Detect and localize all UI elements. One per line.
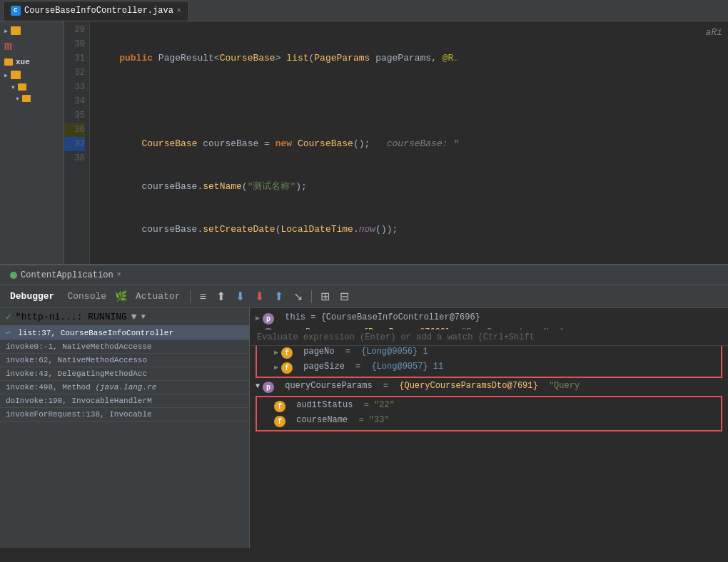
var-audit-name: auditStatus bbox=[296, 400, 353, 410]
query-params-red-box: f auditStatus = "22" f courseName = "33" bbox=[256, 396, 722, 431]
step-into-btn[interactable]: ⬇ bbox=[252, 288, 267, 305]
stack-frame-1[interactable]: invoke0:-1, NativeMethodAccesse bbox=[0, 340, 249, 354]
stack-frame-label-4: invoke:498, Method (java.lang.re bbox=[6, 383, 156, 392]
stack-frame-6[interactable]: invokeForRequest:138, Invocable bbox=[0, 408, 249, 422]
debugger-tab[interactable]: Debugger bbox=[6, 291, 59, 302]
ln-36: 36 bbox=[64, 123, 85, 137]
var-course-name: f courseName = "33" bbox=[257, 414, 721, 429]
folder-icon-xue bbox=[4, 58, 13, 66]
ln-33: 33 bbox=[64, 80, 85, 94]
folder-icon-2 bbox=[11, 71, 21, 79]
ln-35: 35 bbox=[64, 108, 85, 123]
line-numbers: 29 30 31 32 33 34 35 36 37 38 bbox=[64, 21, 90, 264]
expand-arrow-4: ▼ bbox=[16, 96, 19, 102]
more-btn[interactable]: ⊟ bbox=[337, 288, 352, 305]
expand-arrow-2: ▶ bbox=[4, 72, 8, 78]
content-app-tab[interactable]: ContentApplication × bbox=[3, 267, 128, 283]
var-query-params-value: {QueryCourseParamsDto@7691} bbox=[399, 381, 537, 391]
var-audit-status: f auditStatus = "22" bbox=[257, 399, 721, 414]
running-label: "http-ni...: RUNNING bbox=[16, 312, 127, 322]
top-right-annotation: aRi bbox=[706, 27, 728, 38]
toolbar-separator-2 bbox=[311, 290, 312, 303]
code-line-30 bbox=[97, 94, 728, 108]
evaluate-bar[interactable]: Evaluate expression (Enter) or add a wat… bbox=[250, 329, 728, 346]
var-query-params: ▼ p queryCourseParams = {QueryCoursePara… bbox=[250, 379, 728, 394]
content-app-close[interactable]: × bbox=[117, 271, 121, 279]
expand-arrow-3: ▼ bbox=[11, 84, 15, 91]
editor-tab-bar: C CourseBaseInfoController.java × bbox=[0, 0, 728, 21]
var-this-badge: p bbox=[263, 313, 274, 325]
editor-area: ▶ m xue ▶ ▼ ▼ 29 30 31 32 33 bbox=[0, 21, 728, 264]
stack-frame-0[interactable]: ↩ list:37, CourseBaseInfoController bbox=[0, 326, 249, 340]
stack-frame-5[interactable]: doInvoke:190, InvocableHandlerM bbox=[0, 394, 249, 408]
stack-frame-label-1: invoke0:-1, NativeMethodAccesse bbox=[6, 342, 152, 351]
var-page-no-badge: f bbox=[281, 347, 293, 359]
ln-29: 29 bbox=[64, 23, 85, 37]
sidebar-item-1[interactable]: ▶ bbox=[0, 24, 64, 37]
debug-toolbar: Debugger Console 🌿 Actuator ≡ ⬆ ⬇ ⬇ ⬆ ↘ … bbox=[0, 285, 728, 308]
evaluate-btn[interactable]: ⊞ bbox=[318, 288, 333, 305]
sidebar-item-4[interactable]: ▼ bbox=[0, 81, 64, 93]
var-page-no: ▶ f pageNo = {Long@9056} 1 bbox=[257, 345, 721, 360]
var-course-name-badge: f bbox=[274, 416, 285, 427]
var-page-no-arrow[interactable]: ▶ bbox=[274, 348, 278, 357]
content-app-label: ContentApplication bbox=[21, 270, 113, 280]
checkmark-icon: ✓ bbox=[6, 311, 11, 322]
editor-tab[interactable]: C CourseBaseInfoController.java × bbox=[3, 1, 189, 21]
filter-icon: ▼ bbox=[131, 312, 137, 322]
filter-stack-btn[interactable]: ≡ bbox=[196, 289, 208, 305]
var-this: ▶ p this = {CourseBaseInfoController@769… bbox=[250, 311, 728, 326]
stack-frame-3[interactable]: invoke:43, DelegatingMethodAcc bbox=[0, 367, 249, 381]
stack-frame-label-0: list:37, CourseBaseInfoController bbox=[18, 329, 173, 337]
editor-tab-close[interactable]: × bbox=[177, 7, 181, 15]
var-page-size: ▶ f pageSize = {Long@9057} 11 bbox=[257, 360, 721, 375]
code-line-32: courseBase.setName("测试名称"); bbox=[97, 180, 728, 194]
code-line-33: courseBase.setCreateDate(LocalDateTime.n… bbox=[97, 223, 728, 237]
sidebar-item-xue[interactable]: xue bbox=[0, 56, 64, 68]
toolbar-separator-1 bbox=[190, 290, 191, 303]
code-content[interactable]: public PageResult<CourseBase> list(PageP… bbox=[90, 21, 728, 264]
step-out-btn[interactable]: ⬆ bbox=[271, 288, 286, 305]
editor-tab-label: CourseBaseInfoController.java bbox=[24, 6, 173, 16]
var-this-text: this = {CourseBaseInfoController@7696} bbox=[285, 312, 480, 322]
var-page-size-value: {Long@9057} 11 bbox=[371, 362, 443, 372]
ln-30: 30 bbox=[64, 37, 85, 51]
evaluate-placeholder: Evaluate expression (Enter) or add a wat… bbox=[257, 332, 535, 342]
folder-icon bbox=[11, 26, 21, 35]
java-file-icon: C bbox=[11, 6, 21, 16]
stack-frame-4[interactable]: invoke:498, Method (java.lang.re bbox=[0, 381, 249, 394]
var-this-value: this = {CourseBaseInfoController@7696} bbox=[285, 312, 480, 322]
stack-frame-label-5: doInvoke:190, InvocableHandlerM bbox=[6, 397, 152, 405]
code-line-31: CourseBase courseBase = new CourseBase()… bbox=[97, 137, 728, 151]
dropdown-arrow: ▼ bbox=[141, 313, 146, 321]
var-query-params-name: queryCourseParams bbox=[285, 381, 372, 391]
run-to-cursor-btn[interactable]: ↘ bbox=[290, 288, 305, 305]
stack-frame-label-2: invoke:62, NativeMethodAccesso bbox=[6, 356, 147, 364]
var-page-no-value: {Long@9056} 1 bbox=[361, 347, 428, 357]
var-course-name-value: = "33" bbox=[358, 415, 389, 425]
code-view: 29 30 31 32 33 34 35 36 37 38 public Pag… bbox=[64, 21, 728, 264]
stack-frame-label-6: invokeForRequest:138, Invocable bbox=[6, 410, 152, 419]
var-query-params-arrow[interactable]: ▼ bbox=[256, 382, 260, 390]
var-page-size-arrow[interactable]: ▶ bbox=[274, 363, 278, 372]
stack-frame-2[interactable]: invoke:62, NativeMethodAccesso bbox=[0, 354, 249, 367]
sidebar-xue-label: xue bbox=[16, 58, 30, 66]
actuator-tab[interactable]: Actuator bbox=[131, 291, 184, 302]
sidebar-item-3[interactable]: ▶ bbox=[0, 68, 64, 81]
sidebar-item-m[interactable]: m bbox=[0, 37, 64, 56]
var-audit-value: = "22" bbox=[364, 400, 395, 410]
project-sidebar: ▶ m xue ▶ ▼ ▼ bbox=[0, 21, 64, 264]
var-course-name-label: courseName bbox=[296, 415, 348, 425]
console-tab[interactable]: Console bbox=[63, 291, 111, 302]
var-this-arrow[interactable]: ▶ bbox=[256, 314, 260, 322]
var-page-no-name: pageNo bbox=[303, 347, 334, 357]
page-params-red-box: ▶ f pageNo = {Long@9056} 1 ▶ f pageSize … bbox=[256, 342, 722, 378]
ln-31: 31 bbox=[64, 51, 85, 66]
stack-frame-label-3: invoke:43, DelegatingMethodAcc bbox=[6, 369, 147, 378]
restore-layout-btn[interactable]: ⬆ bbox=[213, 288, 228, 305]
sidebar-item-5[interactable]: ▼ bbox=[0, 93, 64, 104]
step-over-btn[interactable]: ⬇ bbox=[233, 288, 248, 305]
frame-arrow-0: ↩ bbox=[6, 329, 11, 337]
debug-tab-bar: ContentApplication × bbox=[0, 265, 728, 285]
call-stack-panel: ✓ "http-ni...: RUNNING ▼ ▼ ↩ list:37, Co… bbox=[0, 308, 250, 548]
